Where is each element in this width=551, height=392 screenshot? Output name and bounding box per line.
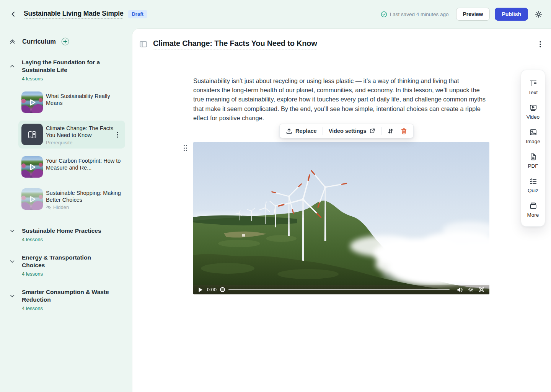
check-circle-icon (381, 11, 387, 18)
lesson-item-hidden[interactable]: Sustainable Shopping: Making Better Choi… (18, 185, 125, 213)
video-settings-gear-button[interactable] (467, 286, 474, 293)
chevron-down-icon (9, 228, 15, 234)
chevron-left-icon (10, 11, 17, 18)
move-block-button[interactable] (386, 128, 395, 134)
curriculum-section: Energy & Transportation Choices 4 lesson… (9, 254, 127, 277)
gear-icon (535, 10, 543, 18)
double-chevron-up-icon (9, 38, 16, 45)
chevron-up-icon (9, 63, 15, 69)
curriculum-section: Laying the Foundation for a Sustainable … (9, 59, 127, 213)
publish-button[interactable]: Publish (495, 8, 528, 21)
progress-track[interactable] (228, 289, 450, 290)
lesson-count: 4 lessons (22, 237, 127, 242)
more-blocks-icon (529, 202, 537, 210)
preview-button[interactable]: Preview (456, 8, 490, 21)
toolbar-divider (323, 127, 323, 135)
curriculum-sidebar: Curriculum Laying the Foundation for a S… (0, 28, 132, 392)
section-title: Sustainable Home Practices (22, 227, 101, 235)
fullscreen-button[interactable] (478, 286, 485, 293)
tool-label: Quiz (528, 188, 538, 193)
curriculum-section: Sustainable Home Practices 4 lessons (9, 227, 127, 242)
lesson-paragraph[interactable]: Sustainability isn’t just about recyclin… (193, 76, 486, 122)
lesson-item[interactable]: What Sustainability Really Means (18, 88, 125, 116)
last-saved-text: Last saved 4 minutes ago (390, 11, 449, 17)
status-badge: Draft (128, 10, 147, 18)
external-link-icon (369, 128, 375, 134)
eye-off-icon (46, 205, 51, 210)
video-settings-button[interactable]: Video settings (328, 128, 377, 134)
video-time: 0:00 (207, 287, 217, 292)
lesson-thumbnail (21, 156, 43, 178)
course-title[interactable]: Sustainable Living Made Simple (24, 10, 123, 19)
lesson-title: Climate Change: The Facts You Need to Kn… (46, 125, 122, 139)
lesson-count: 4 lessons (22, 76, 127, 82)
drag-dots-icon (183, 144, 188, 152)
lesson-count: 4 lessons (22, 271, 127, 277)
video-icon (529, 104, 537, 112)
insert-image-button[interactable]: Image (521, 124, 545, 149)
video-frame-windfarm (193, 142, 489, 294)
lesson-title: Sustainable Shopping: Making Better Choi… (46, 189, 122, 203)
lesson-title-heading[interactable]: Climate Change: The Facts You Need to Kn… (153, 39, 317, 49)
replace-label: Replace (295, 128, 317, 134)
delete-block-button[interactable] (399, 128, 408, 134)
play-icon (21, 188, 43, 210)
insert-text-button[interactable]: Text (521, 75, 545, 100)
add-section-button[interactable] (61, 38, 69, 46)
lesson-menu-button[interactable] (115, 130, 120, 139)
toolbar-divider (381, 127, 381, 135)
lesson-title: What Sustainability Really Means (46, 93, 110, 106)
settings-button[interactable] (533, 9, 544, 20)
insert-more-button[interactable]: More (521, 198, 545, 222)
chevron-down-icon (9, 258, 15, 265)
section-title: Smarter Consumption & Waste Reduction (22, 288, 111, 304)
trash-icon (401, 128, 407, 134)
play-icon (21, 91, 43, 113)
lesson-item-selected[interactable]: Climate Change: The Facts You Need to Kn… (18, 121, 125, 149)
insert-quiz-button[interactable]: Quiz (521, 173, 545, 198)
save-status: Last saved 4 minutes ago (381, 11, 449, 18)
plus-circle-icon (61, 38, 69, 46)
block-drag-handle[interactable] (182, 144, 189, 153)
lesson-header: Climate Change: The Facts You Need to Kn… (139, 39, 543, 49)
section-header[interactable]: Smarter Consumption & Waste Reduction (9, 288, 127, 304)
replace-button[interactable]: Replace (285, 128, 318, 134)
lesson-meta: Hidden (46, 204, 122, 210)
scrubber-knob[interactable] (220, 287, 225, 292)
section-header[interactable]: Sustainable Home Practices (9, 227, 127, 235)
kebab-icon (540, 41, 541, 47)
curriculum-title: Curriculum (22, 38, 56, 45)
back-button[interactable] (8, 9, 18, 19)
tool-label: Video (527, 114, 540, 120)
panel-layout-icon (140, 41, 147, 47)
book-icon (27, 129, 37, 140)
lesson-thumbnail (21, 91, 43, 113)
collapse-all-button[interactable] (9, 38, 16, 45)
section-header[interactable]: Laying the Foundation for a Sustainable … (9, 59, 127, 74)
volume-button[interactable] (456, 286, 464, 293)
video-controls: 0:00 (193, 285, 489, 294)
lesson-editor: Climate Change: The Facts You Need to Kn… (132, 28, 551, 392)
video-block-toolbar: Replace Video settings (279, 124, 414, 138)
curriculum-header: Curriculum (9, 38, 127, 46)
lesson-list: What Sustainability Really Means Climate… (18, 88, 127, 213)
hidden-label: Hidden (53, 204, 69, 210)
pdf-icon (529, 153, 537, 161)
lesson-menu-button[interactable] (538, 39, 543, 49)
section-title: Energy & Transportation Choices (22, 254, 111, 269)
play-icon (21, 156, 43, 178)
lesson-item[interactable]: Your Carbon Footprint: How to Measure an… (18, 153, 125, 181)
play-button[interactable] (197, 286, 204, 293)
video-player[interactable]: 0:00 (193, 142, 489, 294)
section-header[interactable]: Energy & Transportation Choices (9, 254, 127, 269)
insert-video-button[interactable]: Video (521, 100, 545, 124)
toggle-sidebar-button[interactable] (139, 40, 148, 48)
lesson-meta: Prerequisite (46, 140, 122, 145)
image-icon (529, 128, 537, 136)
video-settings-label: Video settings (329, 128, 367, 134)
lesson-thumbnail (21, 188, 43, 210)
lesson-count: 4 lessons (22, 305, 127, 311)
tool-label: Image (526, 139, 540, 144)
insert-pdf-button[interactable]: PDF (521, 149, 545, 173)
lesson-title: Your Carbon Footprint: How to Measure an… (46, 157, 122, 171)
